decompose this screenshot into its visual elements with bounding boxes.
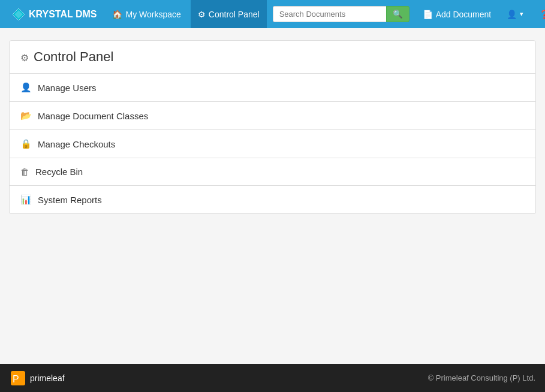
navbar-right: 📄 Add Document 👤 ❓ (415, 0, 545, 28)
brand-label: KRYSTAL DMS (29, 9, 97, 20)
my-workspace-label: My Workspace (125, 10, 180, 19)
help-nav-icon: ❓ (539, 10, 545, 19)
manage-checkouts-label: Manage Checkouts (38, 139, 115, 149)
system-reports-item[interactable]: System Reports (10, 186, 535, 213)
recycle-bin-item[interactable]: Recycle Bin (10, 158, 535, 186)
system-reports-label: System Reports (38, 195, 102, 205)
manage-document-classes-item[interactable]: Manage Document Classes (10, 102, 535, 130)
footer-copyright: © Primeleaf Consulting (P) Ltd. (428, 373, 535, 382)
search-icon: 🔍 (393, 10, 403, 19)
panel-title: Control Panel (9, 40, 536, 74)
navbar: KRYSTAL DMS 🏠 My Workspace ⚙ Control Pan… (0, 0, 545, 28)
recycle-bin-label: Recycle Bin (35, 167, 83, 177)
home-icon: 🏠 (112, 10, 122, 19)
user-nav-icon: 👤 (507, 10, 517, 19)
my-workspace-nav[interactable]: 🏠 My Workspace (105, 0, 188, 28)
svg-text:P: P (13, 374, 19, 384)
recycle-bin-icon (20, 167, 29, 177)
footer: P primeleaf © Primeleaf Consulting (P) L… (0, 364, 545, 392)
control-panel-icon: ⚙ (198, 10, 206, 19)
add-document-nav[interactable]: 📄 Add Document (415, 0, 499, 28)
manage-checkouts-item[interactable]: Manage Checkouts (10, 130, 535, 158)
brand-link[interactable]: KRYSTAL DMS (6, 8, 103, 21)
user-menu-nav[interactable]: 👤 (499, 0, 531, 28)
control-panel-label: Control Panel (209, 10, 260, 19)
panel-gear-icon (20, 49, 29, 65)
manage-users-item[interactable]: Manage Users (10, 74, 535, 102)
manage-users-icon (20, 82, 32, 93)
help-menu-nav[interactable]: ❓ (532, 0, 545, 28)
manage-users-label: Manage Users (38, 83, 97, 93)
control-panel-nav[interactable]: ⚙ Control Panel (191, 0, 267, 28)
search-form: 🔍 (273, 6, 409, 22)
footer-logo-label: primeleaf (30, 373, 65, 383)
footer-logo: P primeleaf (10, 370, 65, 387)
footer-logo-icon: P (10, 370, 26, 387)
page-content: Control Panel Manage Users Manage Docume… (0, 28, 545, 364)
search-button[interactable]: 🔍 (386, 6, 409, 22)
manage-document-classes-icon (20, 110, 32, 121)
system-reports-icon (20, 194, 32, 205)
search-input[interactable] (273, 6, 386, 22)
control-panel-menu: Manage Users Manage Document Classes Man… (9, 74, 536, 214)
panel-title-text: Control Panel (34, 49, 113, 65)
manage-checkouts-icon (20, 138, 32, 149)
add-document-icon: 📄 (423, 10, 433, 19)
add-document-label: Add Document (436, 10, 492, 19)
manage-document-classes-label: Manage Document Classes (38, 111, 148, 121)
brand-icon (12, 8, 25, 21)
